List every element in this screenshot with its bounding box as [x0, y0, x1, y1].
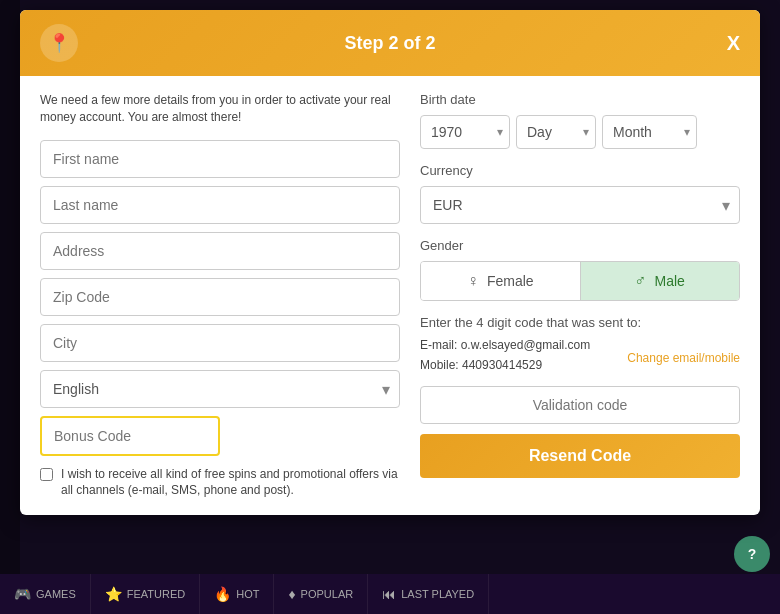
day-select[interactable]: Day 123	[516, 115, 596, 149]
birth-date-label: Birth date	[420, 92, 740, 107]
change-contact-link[interactable]: Change email/mobile	[627, 351, 740, 365]
female-label: Female	[487, 273, 534, 289]
address-input[interactable]	[40, 232, 400, 270]
male-label: Male	[655, 273, 685, 289]
month-select[interactable]: Month JanuaryFebruary	[602, 115, 697, 149]
newsletter-checkbox-row: I wish to receive all kind of free spins…	[40, 466, 400, 500]
registration-modal: 📍 Step 2 of 2 X We need a few more detai…	[20, 10, 760, 515]
modal-title: Step 2 of 2	[344, 33, 435, 54]
nav-games[interactable]: 🎮 GAMES	[0, 574, 91, 614]
modal-subtitle: We need a few more details from you in o…	[40, 92, 400, 126]
currency-select[interactable]: EUR USD GBP	[420, 186, 740, 224]
last-name-input[interactable]	[40, 186, 400, 224]
bottom-right-logo: ?	[734, 536, 770, 572]
mobile-info: Mobile: 440930414529	[420, 358, 590, 372]
female-button[interactable]: ♀ Female	[421, 262, 580, 300]
games-label: GAMES	[36, 588, 76, 600]
month-select-wrapper: Month JanuaryFebruary	[602, 115, 697, 149]
brand-logo: 📍	[40, 24, 78, 62]
first-name-input[interactable]	[40, 140, 400, 178]
currency-select-wrapper: EUR USD GBP	[420, 186, 740, 224]
hot-icon: 🔥	[214, 586, 231, 602]
modal-body: We need a few more details from you in o…	[20, 76, 760, 515]
male-button[interactable]: ♂ Male	[581, 262, 740, 300]
contact-details: E-mail: o.w.elsayed@gmail.com Mobile: 44…	[420, 338, 590, 378]
left-sidebar	[0, 0, 20, 574]
male-icon: ♂	[635, 272, 647, 290]
language-select-wrapper: English	[40, 370, 400, 408]
gender-row: ♀ Female ♂ Male	[420, 261, 740, 301]
nav-popular[interactable]: ♦ POPULAR	[274, 574, 368, 614]
nav-featured[interactable]: ⭐ FEATURED	[91, 574, 200, 614]
hot-label: HOT	[236, 588, 259, 600]
modal-header: 📍 Step 2 of 2 X	[20, 10, 760, 76]
games-icon: 🎮	[14, 586, 31, 602]
bonus-code-input[interactable]	[40, 416, 220, 456]
validation-label: Enter the 4 digit code that was sent to:	[420, 315, 740, 330]
left-column: We need a few more details from you in o…	[40, 92, 400, 499]
newsletter-label: I wish to receive all kind of free spins…	[61, 466, 400, 500]
right-column: Birth date 1970 1971 1980 1990 2000 Day …	[420, 92, 740, 499]
city-input[interactable]	[40, 324, 400, 362]
day-select-wrapper: Day 123	[516, 115, 596, 149]
zip-code-input[interactable]	[40, 278, 400, 316]
nav-hot[interactable]: 🔥 HOT	[200, 574, 274, 614]
featured-label: FEATURED	[127, 588, 185, 600]
last-played-label: LAST PLAYED	[401, 588, 474, 600]
popular-label: POPULAR	[301, 588, 354, 600]
last-played-icon: ⏮	[382, 586, 396, 602]
close-button[interactable]: X	[727, 32, 740, 55]
female-icon: ♀	[467, 272, 479, 290]
validation-code-input[interactable]	[420, 386, 740, 424]
contact-info-row: E-mail: o.w.elsayed@gmail.com Mobile: 44…	[420, 338, 740, 378]
language-select[interactable]: English	[40, 370, 400, 408]
resend-code-button[interactable]: Resend Code	[420, 434, 740, 478]
birth-date-row: 1970 1971 1980 1990 2000 Day 123 Mon	[420, 115, 740, 149]
bottom-nav-items: 🎮 GAMES ⭐ FEATURED 🔥 HOT ♦ POPULAR ⏮ LAS…	[0, 574, 489, 614]
currency-label: Currency	[420, 163, 740, 178]
year-select-wrapper: 1970 1971 1980 1990 2000	[420, 115, 510, 149]
newsletter-checkbox[interactable]	[40, 468, 53, 481]
year-select[interactable]: 1970 1971 1980 1990 2000	[420, 115, 510, 149]
nav-last-played[interactable]: ⏮ LAST PLAYED	[368, 574, 489, 614]
popular-icon: ♦	[288, 586, 295, 602]
bottom-navigation-bar: 🎮 GAMES ⭐ FEATURED 🔥 HOT ♦ POPULAR ⏮ LAS…	[0, 574, 780, 614]
email-info: E-mail: o.w.elsayed@gmail.com	[420, 338, 590, 352]
gender-label: Gender	[420, 238, 740, 253]
featured-icon: ⭐	[105, 586, 122, 602]
